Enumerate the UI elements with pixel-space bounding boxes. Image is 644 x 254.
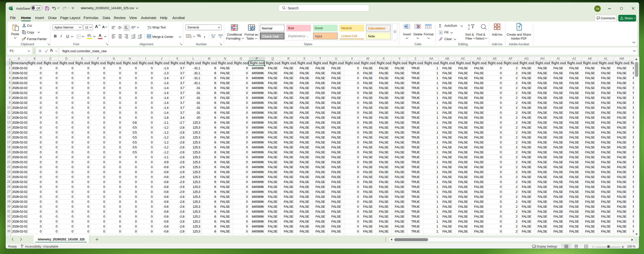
svg-text:0: 0 [214, 34, 216, 36]
svg-text:A: A [468, 24, 470, 27]
svg-text:X: X [10, 7, 11, 10]
svg-text:?: ? [23, 244, 24, 246]
svg-text:0: 0 [220, 36, 221, 38]
svg-text:c: c [148, 28, 149, 30]
svg-text:ab: ab [131, 25, 134, 29]
svg-text:Z: Z [468, 28, 470, 30]
